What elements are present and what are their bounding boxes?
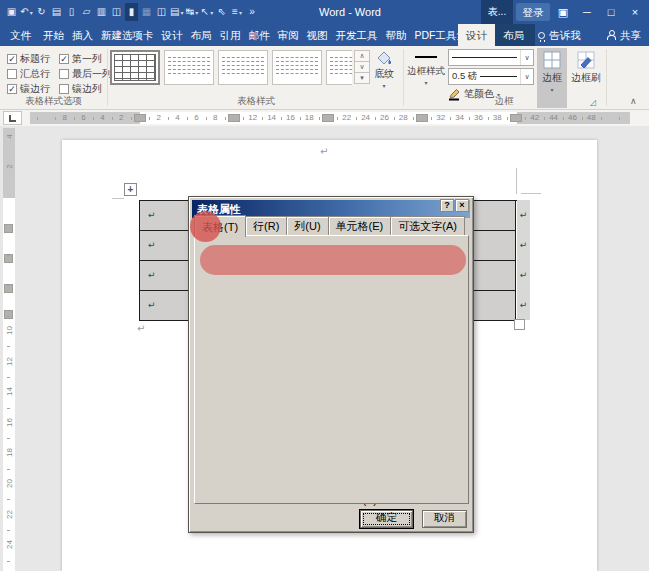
title-bar: ▣↶▾↻▤▯▱▥◫▮▦◫▤▾↹▾↖▾⇖≡▾» Word - Word 表... … — [0, 0, 649, 24]
cancel-button[interactable]: 取消 — [422, 510, 467, 528]
checkbox-镶边行[interactable]: ✓镶边行 — [7, 81, 59, 96]
table-style-thumbnail[interactable] — [272, 50, 322, 85]
checkbox-第一列[interactable]: ✓第一列 — [59, 51, 117, 66]
tab-file[interactable]: 文件 — [2, 24, 39, 46]
contextual-tab-设计[interactable]: 设计 — [458, 24, 495, 46]
paste-icon[interactable]: ▥ — [95, 3, 108, 21]
table-style-thumbnail[interactable] — [164, 50, 214, 85]
ruler-number: 10 — [5, 326, 14, 336]
text-width-icon[interactable]: ↹▾ — [185, 3, 198, 21]
ruler-number: 24 — [361, 113, 371, 122]
table-style-options-group: ✓标题行✓第一列汇总行最后一列✓镶边行镶边列 — [7, 51, 117, 96]
maximize-button[interactable]: □ — [599, 0, 623, 24]
margin-crop-mark — [112, 198, 124, 199]
ok-button[interactable]: 确定 — [360, 510, 413, 528]
person-icon — [607, 31, 616, 40]
select-object-icon[interactable]: ↖▾ — [200, 3, 213, 21]
pointer-icon[interactable]: ⇖ — [215, 3, 228, 21]
contextual-tab-布局[interactable]: 布局 — [495, 24, 532, 46]
border-styles-button[interactable]: 边框样式 ▾ — [406, 52, 446, 86]
ruler-number: 4 — [5, 131, 14, 141]
table-column-marker[interactable] — [322, 114, 334, 122]
dialog-launcher-icon[interactable]: ◿ — [590, 98, 596, 107]
table-column-marker[interactable] — [510, 114, 522, 122]
line-weight-select[interactable]: 0.5 磅 ∨ — [448, 68, 534, 85]
paint-bucket-icon — [376, 51, 392, 65]
tab-布局[interactable]: 布局 — [187, 24, 216, 46]
dropdown-caret-icon: ▾ — [239, 10, 242, 16]
tab-引用[interactable]: 引用 — [216, 24, 245, 46]
window-title: Word - Word — [280, 0, 420, 24]
sign-in-button[interactable]: 登录 — [516, 3, 550, 21]
redo-icon[interactable]: ↻ — [35, 3, 48, 21]
copy-icon[interactable]: ◫ — [110, 3, 123, 21]
line-style-select[interactable]: ∨ — [448, 49, 534, 66]
save-icon[interactable]: ▣ — [5, 3, 18, 21]
dialog-tab-列(U)[interactable]: 列(U) — [286, 216, 328, 236]
vertical-ruler[interactable]: 42101214161820222426 — [3, 128, 15, 571]
ruler-number: 6 — [79, 113, 89, 122]
table-style-thumbnail[interactable] — [326, 50, 352, 85]
table-move-handle[interactable]: + — [124, 183, 137, 196]
ruler-number: 34 — [455, 113, 465, 122]
tab-设计[interactable]: 设计 — [158, 24, 187, 46]
draft-view-icon[interactable]: ▦ — [140, 3, 153, 21]
list-icon[interactable]: ≡▾ — [230, 3, 243, 21]
ruler-number: 2 — [5, 162, 14, 172]
tab-插入[interactable]: 插入 — [68, 24, 97, 46]
tab-视图[interactable]: 视图 — [303, 24, 332, 46]
dialog-tab-panel — [194, 235, 469, 504]
dialog-help-button[interactable]: ? — [440, 199, 454, 212]
new-document-icon[interactable]: ▯ — [65, 3, 78, 21]
tell-me[interactable]: 告诉我 — [538, 24, 581, 46]
tab-帮助[interactable]: 帮助 — [382, 24, 411, 46]
row-end-mark: ↵ — [517, 230, 530, 260]
paragraph-mark: ↵ — [137, 323, 145, 334]
more-commands-icon[interactable]: » — [245, 3, 258, 21]
open-icon[interactable]: ▱ — [80, 3, 93, 21]
border-styles-label: 边框样式 — [407, 65, 445, 78]
horizontal-ruler[interactable]: 8642246812141618222426283234363842444648 — [30, 112, 630, 124]
table-column-marker[interactable] — [134, 114, 146, 122]
table-row-marker[interactable] — [4, 224, 13, 233]
collapse-ribbon-icon[interactable]: ∧ — [630, 96, 637, 106]
dialog-tab-单元格(E)[interactable]: 单元格(E) — [328, 216, 392, 236]
dialog-tab-可选文字(A)[interactable]: 可选文字(A) — [390, 216, 465, 236]
dropdown-caret-icon: ▾ — [382, 82, 385, 89]
tab-新建选项卡[interactable]: 新建选项卡 — [97, 24, 158, 46]
dropdown-caret-icon: ▾ — [30, 10, 33, 16]
shading-button[interactable]: 底纹 ▾ — [368, 51, 400, 89]
checkbox-标题行[interactable]: ✓标题行 — [7, 51, 59, 66]
dropdown-caret-icon: ▾ — [180, 10, 183, 16]
ruler-number: 6 — [191, 113, 201, 122]
ruler-number: 36 — [473, 113, 483, 122]
checkbox-汇总行[interactable]: 汇总行 — [7, 66, 59, 81]
tab-邮件[interactable]: 邮件 — [245, 24, 274, 46]
ruler-number: 38 — [492, 113, 502, 122]
reading-mode-icon[interactable]: ▮ — [125, 3, 138, 21]
ribbon-display-options-icon[interactable]: ▣ — [551, 0, 575, 24]
undo-icon[interactable]: ↶▾ — [20, 3, 33, 21]
tab-开始[interactable]: 开始 — [39, 24, 68, 46]
print-preview-icon[interactable]: ▤ — [50, 3, 63, 21]
table-column-marker[interactable] — [228, 114, 240, 122]
tab-stop-selector[interactable] — [3, 111, 22, 125]
table-style-thumbnail[interactable] — [110, 50, 160, 85]
tab-开发工具[interactable]: 开发工具 — [332, 24, 382, 46]
checkbox-最后一列[interactable]: 最后一列 — [59, 66, 117, 81]
close-button[interactable]: × — [623, 0, 647, 24]
table-row-marker[interactable] — [4, 310, 13, 319]
dialog-tab-行(R)[interactable]: 行(R) — [245, 216, 287, 236]
share-button[interactable]: 共享 — [607, 24, 641, 46]
ruler-number: 28 — [398, 113, 408, 122]
table-column-marker[interactable] — [416, 114, 428, 122]
table-style-thumbnail[interactable] — [218, 50, 268, 85]
checkbox-镶边列[interactable]: 镶边列 — [59, 81, 117, 96]
table-resize-handle[interactable] — [514, 319, 525, 330]
clipboard-icon[interactable]: ▤▾ — [170, 3, 183, 21]
dialog-close-button[interactable]: × — [455, 199, 469, 212]
dialog-tab-表格(T)[interactable]: 表格(T) — [194, 215, 246, 237]
minimize-button[interactable]: ─ — [575, 0, 599, 24]
two-pages-icon[interactable]: ◫ — [155, 3, 168, 21]
tab-审阅[interactable]: 审阅 — [274, 24, 303, 46]
